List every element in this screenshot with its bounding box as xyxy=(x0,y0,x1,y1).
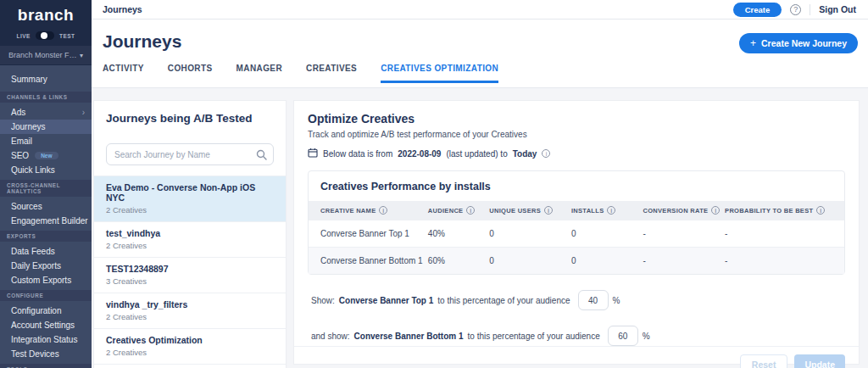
sidebar-item-account-settings[interactable]: Account Settings xyxy=(0,318,92,332)
audience-split-row-1: Show: Converse Banner Top 1 to this perc… xyxy=(308,290,845,310)
sidebar-item-integration-status[interactable]: Integration Status xyxy=(0,332,92,347)
sidebar-item-label: Summary xyxy=(11,75,47,84)
live-label: LIVE xyxy=(16,33,30,39)
sidebar-item-quick-links[interactable]: Quick Links xyxy=(0,163,92,177)
sidebar-item-data-feeds[interactable]: Data Feeds xyxy=(0,244,92,259)
sidebar-item-label: Account Settings xyxy=(11,321,75,330)
test-label: TEST xyxy=(59,33,75,39)
signout-link[interactable]: Sign Out xyxy=(819,4,856,14)
table-header-row: CREATIVE NAMEi AUDIENCEi UNIQUE USERSi I… xyxy=(309,201,844,220)
info-icon[interactable]: i xyxy=(542,149,550,158)
sidebar-item-configuration[interactable]: Configuration xyxy=(0,304,92,318)
column-header-probability-to-be-best: PROBABILITY TO BE BESTi xyxy=(725,206,832,215)
journey-creatives-count: 2 Creatives xyxy=(106,348,274,357)
column-header-audience: AUDIENCEi xyxy=(428,206,489,215)
breadcrumb: Journeys xyxy=(103,4,142,14)
cell-audience: 60% xyxy=(428,256,489,265)
sidebar-item-daily-exports[interactable]: Daily Exports xyxy=(0,259,92,273)
sidebar-section-channels-links: CHANNELS & LINKS xyxy=(0,92,92,103)
cell-probability-to-be-best: - xyxy=(725,229,832,238)
journey-list-item[interactable]: Eva Demo - Converse Non-App iOS NYC 2 Cr… xyxy=(94,176,286,222)
cell-unique-users: 0 xyxy=(489,256,571,265)
branch-logo-text: branch xyxy=(18,6,74,25)
journey-name: Eva Demo - Converse Non-App iOS NYC xyxy=(106,182,274,203)
sidebar-item-ads[interactable]: Ads› xyxy=(0,105,92,120)
creatives-performance-title: Creatives Performance by installs xyxy=(309,171,844,201)
info-icon[interactable]: i xyxy=(544,206,553,215)
sidebar-item-label: Journeys xyxy=(11,122,46,131)
tab-activity[interactable]: ACTIVITY xyxy=(103,64,144,83)
journey-list-item[interactable]: Creatives Optimization 2 Creatives xyxy=(94,329,286,365)
sidebar-section-cross-channel-analytics: CROSS-CHANNEL ANALYTICS xyxy=(0,180,92,197)
journey-name: vindhya _try_filters xyxy=(106,299,274,309)
info-icon[interactable]: i xyxy=(711,206,720,215)
info-icon[interactable]: i xyxy=(607,206,615,215)
date-range-note: Below data is from 2022-08-09 (last upda… xyxy=(308,148,845,159)
journey-search-input[interactable] xyxy=(106,143,274,165)
date-note-date: 2022-08-09 xyxy=(398,149,441,159)
journey-list-item[interactable]: TEST12348897 3 Creatives xyxy=(94,258,286,293)
tab-manager[interactable]: MANAGER xyxy=(236,64,282,83)
create-button[interactable]: Create xyxy=(733,3,782,17)
journey-creatives-count: 2 Creatives xyxy=(106,241,274,250)
column-header-creative-name: CREATIVE NAMEi xyxy=(320,206,428,215)
journey-list-item[interactable]: vindhya _try_filters 2 Creatives xyxy=(94,293,286,329)
sidebar-item-email[interactable]: Email xyxy=(0,134,92,148)
journey-creatives-count: 3 Creatives xyxy=(106,276,274,286)
audience-percentage-input-2[interactable] xyxy=(608,326,638,346)
optimize-title: Optimize Creatives xyxy=(308,112,845,125)
sidebar-item-seo[interactable]: SEONew xyxy=(0,148,92,163)
sidebar-item-custom-exports[interactable]: Custom Exports xyxy=(0,273,92,287)
sidebar-item-engagement-builder[interactable]: Engagement Builder xyxy=(0,214,92,228)
caret-down-icon: ▾ xyxy=(80,52,83,59)
sidebar-item-test-devices[interactable]: Test Devices xyxy=(0,347,92,361)
topbar-actions: Create ? Sign Out xyxy=(733,3,856,17)
sidebar-item-label: SEO xyxy=(11,151,29,160)
creatives-performance-card: Creatives Performance by installs CREATI… xyxy=(308,170,845,275)
sidebar: branch❃ LIVE TEST Branch Monster Factory… xyxy=(0,0,92,368)
show-prefix: Show: xyxy=(311,296,335,305)
help-icon[interactable]: ? xyxy=(790,4,801,15)
account-selector[interactable]: Branch Monster Factory ▾ xyxy=(0,46,92,65)
audience-percentage-input-1[interactable] xyxy=(578,290,609,310)
tab-creatives-optimization[interactable]: CREATIVES OPTIMIZATION xyxy=(381,64,498,83)
sidebar-item-label: Engagement Builder xyxy=(11,216,88,226)
create-new-journey-button[interactable]: + Create New Journey xyxy=(739,33,858,53)
search-icon xyxy=(256,148,267,164)
column-header-unique-users: UNIQUE USERSi xyxy=(489,206,571,215)
journeys-ab-panel-head: Journeys being A/B Tested xyxy=(94,101,286,135)
info-icon[interactable]: i xyxy=(379,206,387,215)
column-header-installs: INSTALLSi xyxy=(571,206,643,215)
reset-button[interactable]: Reset xyxy=(740,354,788,368)
sidebar-section-configure: CONFIGURE xyxy=(0,290,92,301)
info-icon[interactable]: i xyxy=(816,206,825,215)
percent-sign: % xyxy=(613,296,620,305)
show-middle-text: to this percentage of your audience xyxy=(468,332,600,341)
topbar: Journeys Create ? Sign Out xyxy=(92,0,868,20)
show-creative-name: Converse Banner Bottom 1 xyxy=(354,332,464,341)
sidebar-item-summary[interactable]: Summary xyxy=(0,72,92,86)
sidebar-item-label: Data Feeds xyxy=(11,247,55,256)
environment-toggle-row: LIVE TEST xyxy=(0,29,92,46)
update-button[interactable]: Update xyxy=(794,354,845,368)
percent-sign: % xyxy=(643,332,650,341)
journey-creatives-count: 2 Creatives xyxy=(106,312,274,321)
sidebar-item-label: Quick Links xyxy=(11,165,55,175)
chevron-right-icon: › xyxy=(82,108,85,117)
tab-cohorts[interactable]: COHORTS xyxy=(168,64,213,83)
column-header-conversion-rate: CONVERSION RATEi xyxy=(643,206,725,215)
tab-creatives[interactable]: CREATIVES xyxy=(306,64,357,83)
journey-list-item[interactable]: test_vindhya 2 Creatives xyxy=(94,222,286,258)
page-header: Journeys + Create New Journey ACTIVITY C… xyxy=(92,20,868,88)
plus-icon: + xyxy=(750,37,756,49)
cell-unique-users: 0 xyxy=(489,229,571,238)
sidebar-item-sources[interactable]: Sources xyxy=(0,199,92,214)
sidebar-item-label: Integration Status xyxy=(11,335,77,344)
cell-audience: 40% xyxy=(428,229,489,238)
live-test-toggle[interactable] xyxy=(36,31,54,40)
cell-creative-name: Converse Banner Bottom 1 xyxy=(320,256,428,265)
journeys-ab-panel-title: Journeys being A/B Tested xyxy=(106,112,274,125)
info-icon[interactable]: i xyxy=(466,206,475,215)
sidebar-item-journeys[interactable]: Journeys xyxy=(0,120,92,134)
sidebar-item-label: Custom Exports xyxy=(11,276,71,285)
